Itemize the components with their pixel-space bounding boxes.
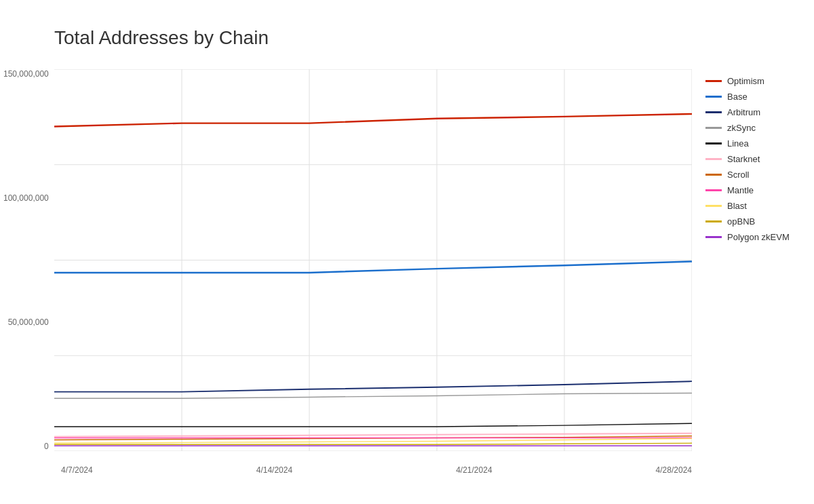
legend-color-base (705, 96, 722, 98)
legend-label-polygon-zkevm: Polygon zkEVM (727, 232, 790, 242)
legend-label-starknet: Starknet (727, 154, 760, 164)
legend-label-scroll: Scroll (727, 170, 750, 180)
line-arbitrum (54, 381, 692, 392)
line-base (54, 261, 692, 273)
legend-color-opbnb (705, 220, 722, 222)
legend-item-zksync: zkSync (705, 123, 800, 133)
legend-label-linea: Linea (727, 138, 749, 149)
legend-item-scroll: Scroll (705, 170, 800, 180)
legend-color-starknet (705, 158, 722, 160)
legend-item-starknet: Starknet (705, 154, 800, 164)
legend-label-blast: Blast (727, 201, 747, 211)
y-label-0: 0 (44, 442, 49, 451)
legend-label-mantle: Mantle (727, 185, 754, 195)
legend-color-zksync (705, 127, 722, 129)
legend-color-optimism (705, 80, 722, 82)
chart-area: 150,000,000 100,000,000 50,000,000 0 (54, 69, 800, 451)
legend-item-mantle: Mantle (705, 185, 800, 195)
chart-plot: 150,000,000 100,000,000 50,000,000 0 (54, 69, 692, 451)
x-label-3: 4/21/2024 (456, 465, 492, 475)
legend-label-zksync: zkSync (727, 123, 756, 133)
legend: Optimism Base Arbitrum zkSync Linea Star… (692, 69, 800, 451)
legend-label-optimism: Optimism (727, 76, 764, 86)
legend-color-linea (705, 142, 722, 144)
line-linea (54, 423, 692, 427)
legend-item-linea: Linea (705, 138, 800, 149)
legend-item-polygon-zkevm: Polygon zkEVM (705, 232, 800, 242)
legend-label-opbnb: opBNB (727, 216, 755, 227)
line-opbnb (54, 443, 692, 444)
x-label-1: 4/7/2024 (61, 465, 93, 475)
legend-color-polygon-zkevm (705, 236, 722, 238)
legend-label-base: Base (727, 92, 748, 102)
y-label-100m: 100,000,000 (3, 193, 49, 203)
y-axis-labels: 150,000,000 100,000,000 50,000,000 0 (3, 69, 49, 451)
x-axis-labels: 4/7/2024 4/14/2024 4/21/2024 4/28/2024 (54, 465, 692, 475)
legend-color-mantle (705, 189, 722, 191)
legend-item-arbitrum: Arbitrum (705, 107, 800, 117)
line-zksync (54, 393, 692, 399)
chart-container: Total Addresses by Chain 150,000,000 100… (0, 0, 814, 504)
legend-color-arbitrum (705, 111, 722, 113)
legend-color-blast (705, 205, 722, 207)
chart-svg (54, 69, 692, 451)
chart-title: Total Addresses by Chain (54, 27, 800, 49)
line-optimism (54, 114, 692, 126)
x-label-2: 4/14/2024 (256, 465, 292, 475)
line-starknet (54, 433, 692, 437)
legend-item-optimism: Optimism (705, 76, 800, 86)
x-label-4: 4/28/2024 (656, 465, 692, 475)
legend-item-base: Base (705, 92, 800, 102)
legend-color-scroll (705, 174, 722, 176)
legend-item-opbnb: opBNB (705, 216, 800, 227)
y-label-50m: 50,000,000 (8, 317, 49, 327)
y-label-150m: 150,000,000 (3, 69, 49, 79)
legend-label-arbitrum: Arbitrum (727, 107, 760, 117)
legend-item-blast: Blast (705, 201, 800, 211)
